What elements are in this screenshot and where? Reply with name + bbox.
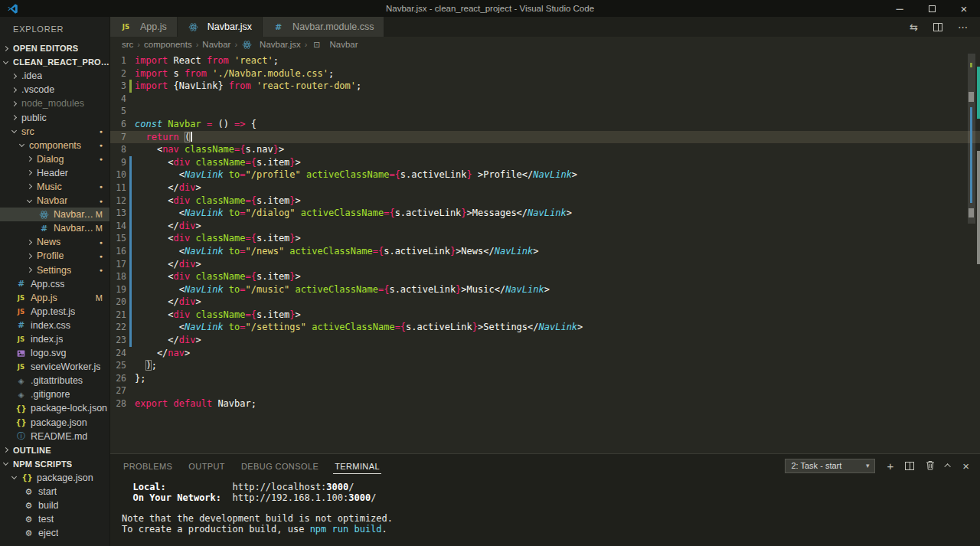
tree-item-dialog[interactable]: Dialog● (0, 152, 109, 166)
code-line-11[interactable]: 11 </div> (110, 181, 980, 195)
code-line-27[interactable]: 27 (110, 384, 980, 397)
more-actions-icon[interactable]: ⋯ (958, 21, 968, 33)
split-terminal-icon[interactable] (905, 462, 914, 470)
tree-item-header[interactable]: Header (0, 166, 109, 180)
section-clean-react-project[interactable]: CLEAN_REACT_PROJECT (0, 55, 109, 69)
code-line-2[interactable]: 2import s from './Navbar.module.css'; (110, 67, 980, 80)
code-line-19[interactable]: 19 <NavLink to="/music" activeClassName=… (110, 283, 980, 296)
section-outline[interactable]: OUTLINE (0, 443, 109, 457)
tree-item-vscode[interactable]: .vscode (0, 83, 109, 96)
tree-item-serviceworker-js[interactable]: JSserviceWorker.js (0, 360, 109, 374)
code-line-12[interactable]: 12 <div className={s.item}> (110, 195, 980, 208)
breadcrumb-separator-icon: › (137, 40, 140, 49)
code-line-6[interactable]: 6const Navbar = () => { (110, 118, 980, 131)
code-line-23[interactable]: 23 </div> (110, 334, 980, 347)
code-editor[interactable]: 1import React from 'react';2import s fro… (110, 52, 980, 453)
code-line-5[interactable]: 5 (110, 105, 980, 118)
maximize-panel-icon[interactable] (945, 463, 951, 469)
breadcrumb-item-src[interactable]: src (122, 40, 133, 49)
tree-item-idea[interactable]: .idea (0, 69, 109, 83)
split-editor-icon[interactable] (933, 23, 942, 31)
tree-item-readme-md[interactable]: ⓘREADME.md (0, 430, 109, 443)
tree-item-eject[interactable]: ⚙eject (0, 526, 109, 540)
code-line-26[interactable]: 26}; (110, 372, 980, 385)
line-number: 21 (110, 309, 126, 322)
tree-item-app-test-js[interactable]: JSApp.test.js (0, 305, 109, 319)
code-line-16[interactable]: 16 <NavLink to="/news" activeClassName={… (110, 245, 980, 258)
tree-item-logo-svg[interactable]: logo.svg (0, 346, 109, 360)
title-bar: Navbar.jsx - clean_react_project - Visua… (0, 0, 980, 17)
code-line-15[interactable]: 15 <div className={s.item}> (110, 232, 980, 245)
code-line-1[interactable]: 1import React from 'react'; (110, 54, 980, 67)
maximize-icon[interactable] (916, 0, 948, 17)
terminal[interactable]: Local: http://localhost:3000/ On Your Ne… (110, 477, 980, 535)
tree-item-node-modules[interactable]: node_modules (0, 96, 109, 110)
code-line-13[interactable]: 13 <NavLink to="/dialog" activeClassName… (110, 207, 980, 220)
tree-item-index-js[interactable]: JSindex.js (0, 332, 109, 346)
tree-item-settings[interactable]: Settings● (0, 263, 109, 277)
breadcrumb-item-navbar-4[interactable]: ⊡Navbar (311, 40, 358, 50)
code-line-14[interactable]: 14 </div> (110, 220, 980, 233)
tab-app-js[interactable]: JSApp.js (110, 17, 177, 37)
code-text: const Navbar = () => { (135, 118, 256, 131)
terminal-selector[interactable]: 2: Task - start ▾ (785, 459, 875, 473)
code-line-7[interactable]: 7 return ( (110, 131, 980, 144)
kill-terminal-icon[interactable] (926, 460, 935, 472)
tab-navbar-jsx[interactable]: Navbar.jsx (178, 17, 262, 37)
panel-tab-problems[interactable]: PROBLEMS (122, 458, 174, 473)
close-panel-icon[interactable]: × (962, 460, 969, 472)
new-terminal-icon[interactable]: + (887, 460, 893, 472)
code-line-9[interactable]: 9 <div className={s.item}> (110, 156, 980, 169)
section-open-editors[interactable]: OPEN EDITORS (0, 41, 109, 55)
tree-item-index-css[interactable]: #index.css (0, 319, 109, 332)
code-line-21[interactable]: 21 <div className={s.item}> (110, 309, 980, 322)
code-line-22[interactable]: 22 <NavLink to="/settings" activeClassNa… (110, 321, 980, 334)
tree-item-gitattributes[interactable]: ◈.gitattributes (0, 374, 109, 387)
code-line-17[interactable]: 17 </div> (110, 258, 980, 271)
breadcrumb-item-navbar[interactable]: Navbar (202, 40, 230, 49)
chevron-right-icon (27, 267, 32, 273)
panel-tab-output[interactable]: OUTPUT (187, 458, 227, 473)
tree-item-music[interactable]: Music● (0, 180, 109, 194)
close-icon[interactable]: × (948, 0, 980, 17)
code-line-8[interactable]: 8 <nav className={s.nav}> (110, 143, 980, 156)
tree-item-package-json[interactable]: {}package.json (0, 416, 109, 430)
tree-item-gitignore[interactable]: ◈.gitignore (0, 387, 109, 401)
tree-item-start[interactable]: ⚙start (0, 485, 109, 499)
tree-item-components[interactable]: components● (0, 139, 109, 152)
tab-label: App.js (140, 21, 167, 32)
code-text: <NavLink to="/settings" activeClassName=… (135, 321, 583, 334)
tree-item-build[interactable]: ⚙build (0, 499, 109, 512)
tree-item-src[interactable]: src● (0, 125, 109, 139)
tree-item-navbar-module-css[interactable]: #Navbar.module.cssM (0, 221, 109, 235)
code-line-18[interactable]: 18 <div className={s.item}> (110, 270, 980, 283)
minimize-icon[interactable]: ─ (884, 0, 916, 17)
chevron-right-icon (11, 87, 17, 93)
code-line-28[interactable]: 28export default Navbar; (110, 397, 980, 410)
code-line-20[interactable]: 20 </div> (110, 296, 980, 309)
section-npm-scripts[interactable]: NPM SCRIPTS (0, 457, 109, 471)
tree-item-public[interactable]: public (0, 110, 109, 124)
code-line-10[interactable]: 10 <NavLink to="/profile" activeClassNam… (110, 168, 980, 181)
tree-item-app-css[interactable]: #App.css (0, 277, 109, 291)
code-line-25[interactable]: 25 ); (110, 359, 980, 372)
tab-navbar-module-css[interactable]: #Navbar.module.css (263, 17, 384, 37)
code-line-3[interactable]: 3import {NavLink} from 'react-router-dom… (110, 80, 980, 93)
panel-tab-debug-console[interactable]: DEBUG CONSOLE (240, 458, 320, 473)
tree-item-package-json[interactable]: {}package.json (0, 471, 109, 485)
code-line-24[interactable]: 24 </nav> (110, 347, 980, 360)
open-changes-icon[interactable]: ⇆ (910, 21, 918, 33)
panel-tab-terminal[interactable]: TERMINAL (333, 458, 381, 474)
tree-item-test[interactable]: ⚙test (0, 512, 109, 526)
code-line-4[interactable]: 4 (110, 93, 980, 106)
tree-item-news[interactable]: News● (0, 235, 109, 249)
tree-item-navbar-jsx[interactable]: Navbar.jsxM (0, 208, 109, 221)
breadcrumb-item-components[interactable]: components (144, 40, 192, 49)
tree-item-navbar[interactable]: Navbar● (0, 194, 109, 208)
item-label: build (38, 500, 58, 511)
tree-item-app-js[interactable]: JSApp.jsM (0, 291, 109, 305)
breadcrumb-item-navbar-jsx-3[interactable]: Navbar.jsx (241, 40, 301, 50)
gutter-modified-indicator (129, 245, 132, 258)
tree-item-package-lock-json[interactable]: {}package-lock.json (0, 401, 109, 415)
tree-item-profile[interactable]: Profile● (0, 249, 109, 263)
